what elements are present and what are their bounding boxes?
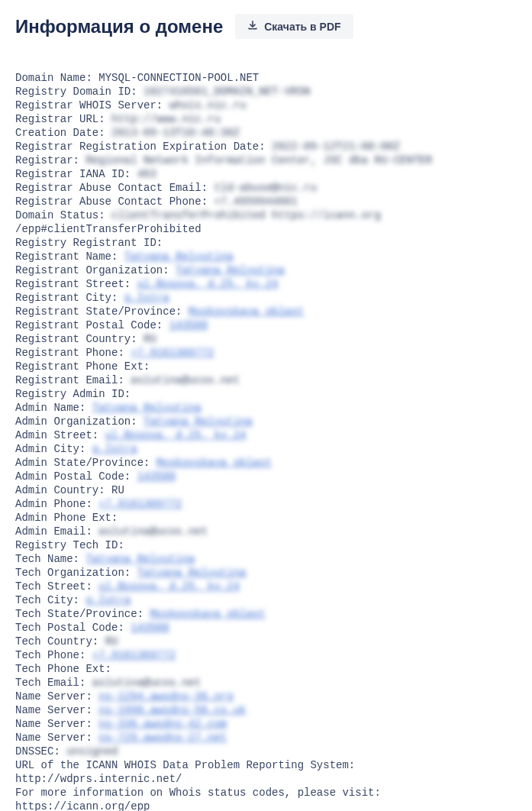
whois-line: Registrar URL: http://www.nic.ru xyxy=(15,112,517,126)
whois-label: Name Server: xyxy=(15,718,92,730)
whois-line: Registrant Phone Ext: xyxy=(15,360,517,373)
whois-value-link[interactable]: ns-336.awsdns-42.com xyxy=(98,718,227,730)
whois-label: Domain Name: xyxy=(15,72,92,84)
whois-label: Registrant Street: xyxy=(15,278,131,290)
whois-label: Admin Email: xyxy=(15,525,92,538)
whois-value-link[interactable]: +7.9161369772 xyxy=(98,498,182,510)
whois-value-link[interactable]: Tatyana Relyutina xyxy=(92,402,202,414)
download-pdf-button[interactable]: Скачать в PDF xyxy=(235,14,353,39)
whois-label: Tech City: xyxy=(15,594,79,606)
whois-line: Registrar Registration Expiration Date: … xyxy=(15,140,517,153)
whois-label: http://wdprs.internic.net/ xyxy=(15,773,182,785)
whois-label: Name Server: xyxy=(15,704,92,716)
whois-value-link[interactable]: g.Istra xyxy=(124,292,169,304)
whois-value: 2013-09-13T10:48:30Z xyxy=(111,127,240,139)
whois-label: Admin State/Province: xyxy=(15,457,150,469)
whois-value-link[interactable]: ns-1294.awsdns-36.org xyxy=(98,690,233,703)
whois-value-link[interactable]: Tatyana Relyutina xyxy=(143,415,253,428)
whois-line: Registrar WHOIS Server: whois.nic.ru xyxy=(15,99,517,112)
whois-line: For more information on Whois status cod… xyxy=(15,786,517,800)
whois-value-link[interactable]: Moskovskaya oblast xyxy=(189,305,304,318)
whois-line: Registrant Organization: Tatyana Relyuti… xyxy=(15,263,517,277)
whois-line: Admin Postal Code: 143500 xyxy=(15,470,517,483)
whois-value: 1827416561_DOMAIN_NET-VRSN xyxy=(143,86,310,98)
whois-label: Registry Tech ID: xyxy=(15,539,124,551)
whois-label: For more information on Whois status cod… xyxy=(15,787,381,799)
whois-line: Registrar Abuse Contact Phone: +7.495994… xyxy=(15,195,517,208)
whois-line: Name Server: ns-1990.awsdns-56.co.uk xyxy=(15,703,517,717)
whois-value-link[interactable]: Tatyana Relyutina xyxy=(124,250,234,263)
whois-line: Registrant City: g.Istra xyxy=(15,291,517,305)
whois-label: URL of the ICANN WHOIS Data Problem Repo… xyxy=(15,759,355,771)
whois-label: Tech Phone Ext: xyxy=(15,663,111,675)
whois-label: Admin City: xyxy=(15,443,85,455)
whois-label: Registrar Registration Expiration Date: xyxy=(15,141,266,153)
whois-value-link[interactable]: 143500 xyxy=(169,319,208,331)
whois-label: Registrar: xyxy=(15,154,79,166)
whois-label: Registrant Phone: xyxy=(15,347,124,359)
whois-value: RU xyxy=(105,635,118,648)
whois-line: Registrant State/Province: Moskovskaya o… xyxy=(15,305,517,318)
whois-label: Admin Organization: xyxy=(15,415,137,428)
whois-line: Admin Phone Ext: xyxy=(15,511,517,525)
whois-value-link[interactable]: ul.Bosova, d.25, kv.24 xyxy=(98,580,240,593)
whois-line: Tech Phone Ext: xyxy=(15,662,517,676)
whois-line: Tech Email: aslutina@ucos.net xyxy=(15,676,517,690)
whois-value-link[interactable]: Moskovskaya oblast xyxy=(156,457,272,469)
whois-value-link[interactable]: g.Istra xyxy=(85,594,131,606)
whois-line: Admin Name: Tatyana Relyutina xyxy=(15,401,517,415)
whois-value: +7.4959944601 xyxy=(214,195,297,208)
whois-value-link[interactable]: g.Istra xyxy=(92,443,137,455)
whois-line: Admin Phone: +7.9161369772 xyxy=(15,497,517,511)
whois-label: Tech Organization: xyxy=(15,567,131,579)
whois-value: http://www.nic.ru xyxy=(111,113,221,125)
whois-label: Tech Name: xyxy=(15,553,79,565)
whois-value-link[interactable]: 143500 xyxy=(131,622,169,634)
whois-value-link[interactable]: ul.Bosova, d.25, kv.24 xyxy=(105,429,247,441)
whois-label: Tech Country: xyxy=(15,635,98,648)
whois-value-link[interactable]: ns-729.awsdns-27.net xyxy=(98,732,227,744)
whois-label: /epp#clientTransferProhibited xyxy=(15,223,202,235)
whois-value-link[interactable]: Tatyana Relyutina xyxy=(137,567,247,579)
whois-label: Tech Street: xyxy=(15,580,92,593)
download-icon xyxy=(247,20,258,33)
whois-line: Tech Country: RU xyxy=(15,635,517,648)
whois-label: Registrar IANA ID: xyxy=(15,168,131,180)
whois-line: Registrar IANA ID: 463 xyxy=(15,167,517,181)
whois-line: Registry Admin ID: xyxy=(15,387,517,401)
whois-line: Tech State/Province: Moskovskaya oblast xyxy=(15,607,517,621)
whois-line: Registrant Street: ul.Bosova, d.25, kv.2… xyxy=(15,277,517,291)
whois-value: clientTransferProhibited https://icann.o… xyxy=(111,209,381,221)
whois-value-link[interactable]: +7.9161369772 xyxy=(92,649,176,661)
whois-line: /epp#clientTransferProhibited xyxy=(15,222,517,236)
whois-label: Registrant Country: xyxy=(15,333,137,345)
whois-label: Registrar URL: xyxy=(15,113,105,125)
whois-value-link[interactable]: ul.Bosova, d.25, kv.24 xyxy=(137,278,279,290)
whois-value-link[interactable]: Tatyana Relyutina xyxy=(85,553,195,565)
whois-label: Registrant Name: xyxy=(15,250,118,263)
whois-label: https://icann.org/epp xyxy=(15,800,150,811)
whois-label: Registrant State/Province: xyxy=(15,305,182,318)
whois-line: Registrant Country: RU xyxy=(15,332,517,346)
whois-line: Tech Postal Code: 143500 xyxy=(15,621,517,635)
whois-label: Registry Domain ID: xyxy=(15,86,137,98)
whois-block: Domain Name: MYSQL-CONNECTION-POOL.NETRe… xyxy=(15,71,517,811)
whois-value: aslutina@ucos.net xyxy=(92,677,202,689)
whois-label: Registrar Abuse Contact Email: xyxy=(15,182,208,194)
whois-value-link[interactable]: 143500 xyxy=(137,470,176,483)
whois-line: Registry Tech ID: xyxy=(15,538,517,552)
whois-label: Registrant Postal Code: xyxy=(15,319,163,331)
whois-label: Admin Postal Code: xyxy=(15,470,131,483)
whois-line: URL of the ICANN WHOIS Data Problem Repo… xyxy=(15,758,517,772)
whois-value-link[interactable]: Moskovskaya oblast xyxy=(150,608,265,620)
whois-label: DNSSEC: xyxy=(15,745,60,758)
whois-label: Admin Phone Ext: xyxy=(15,512,118,524)
whois-line: Domain Status: clientTransferProhibited … xyxy=(15,208,517,222)
whois-label: Tech State/Province: xyxy=(15,608,143,620)
whois-value-link[interactable]: +7.9161369772 xyxy=(131,347,214,359)
whois-line: Tech Street: ul.Bosova, d.25, kv.24 xyxy=(15,580,517,593)
whois-label: Name Server: xyxy=(15,732,92,744)
whois-value-link[interactable]: ns-1990.awsdns-56.co.uk xyxy=(98,704,246,716)
whois-label: Registrar Abuse Contact Phone: xyxy=(15,195,208,208)
whois-value-link[interactable]: Tatyana Relyutina xyxy=(176,264,285,276)
